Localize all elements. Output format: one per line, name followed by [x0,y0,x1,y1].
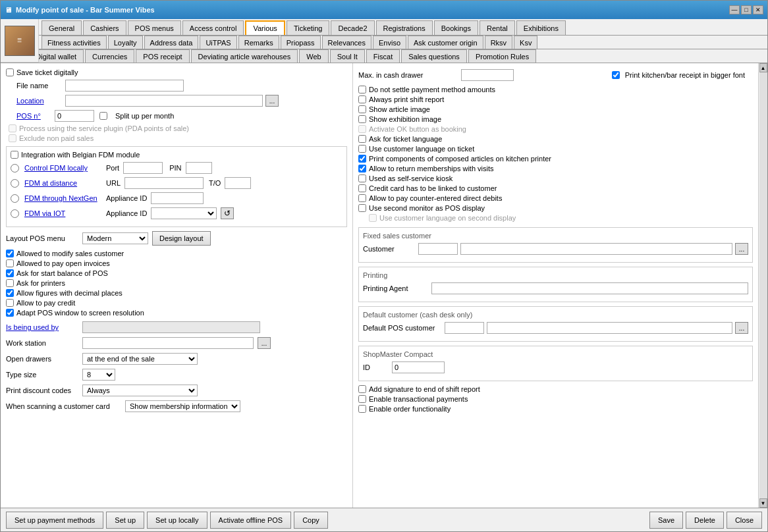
save-button[interactable]: Save [649,512,683,529]
split-per-month-checkbox[interactable] [99,112,107,120]
allow-pay-credit-label[interactable]: Allow to pay credit [16,299,75,307]
printing-agent-input[interactable] [431,282,748,294]
ask-ticket-lang-label[interactable]: Ask for ticket language [369,135,442,143]
fdm-iot-label[interactable]: FDM via IOT [24,209,103,217]
pos-no-input[interactable] [55,110,94,122]
tab-ticketing[interactable]: Ticketing [287,20,330,35]
credit-card-linked-checkbox[interactable] [358,184,366,192]
print-components-checkbox[interactable] [358,155,366,163]
fdm-iot-radio[interactable] [11,209,19,218]
open-drawers-select[interactable]: at the end of the sale [82,353,198,365]
file-name-input[interactable] [65,80,184,92]
fdm-nextgen-label[interactable]: FDM through NextGen [24,194,103,202]
shopmaster-id-input[interactable] [392,361,445,373]
adapt-pos-label[interactable]: Adapt POS window to screen resolution [16,309,144,317]
fdm-nextgen-radio[interactable] [11,194,19,203]
tab-registrations[interactable]: Registrations [376,20,433,35]
allow-figures-label[interactable]: Allow figures with decimal places [16,289,123,297]
used-self-service-checkbox[interactable] [358,174,366,182]
tab-soul-it[interactable]: Soul It [330,49,365,63]
max-cash-drawer-input[interactable] [461,69,514,81]
use-customer-lang-label[interactable]: Use customer language on ticket [369,145,474,153]
tab-bookings[interactable]: Bookings [434,20,478,35]
always-print-shift-label[interactable]: Always print shift report [369,95,444,103]
tab-uitpas[interactable]: UiTPAS [200,36,236,49]
customer-input1[interactable] [418,243,458,255]
setup-locally-button[interactable]: Set up locally [147,512,207,529]
ask-start-balance-label[interactable]: Ask for start balance of POS [16,269,108,277]
allow-pay-counter-label[interactable]: Allow to pay counter-entered direct debi… [369,194,502,202]
enable-transactional-checkbox[interactable] [358,395,366,403]
default-customer-input2[interactable] [487,322,732,334]
scrollbar[interactable]: ▲ ▼ [758,63,767,508]
allow-pay-credit-checkbox[interactable] [6,299,14,307]
add-signature-label[interactable]: Add signature to end of shift report [369,385,480,393]
fdm-integration-checkbox[interactable] [11,151,18,159]
add-signature-checkbox[interactable] [358,385,366,393]
tab-sales-questions[interactable]: Sales questions [401,49,467,63]
used-self-service-label[interactable]: Used as self-service kiosk [369,174,453,182]
type-size-select[interactable]: 8 [82,369,115,381]
show-exhibition-checkbox[interactable] [358,115,366,123]
maximize-button[interactable]: □ [741,5,752,14]
show-exhibition-label[interactable]: Show exhibition image [369,115,441,123]
design-layout-button[interactable]: Design layout [152,231,211,246]
close-button[interactable]: ✕ [753,5,763,14]
do-not-settle-label[interactable]: Do not settle payment method amounts [369,86,495,93]
setup-payment-methods-button[interactable]: Set up payment methods [6,512,103,529]
credit-card-linked-label[interactable]: Credit card has to be linked to customer [369,184,497,192]
tab-rksv[interactable]: Rksv [485,36,512,49]
exclude-non-paid-checkbox[interactable] [9,134,16,142]
work-station-input[interactable] [82,337,254,349]
do-not-settle-checkbox[interactable] [358,86,366,93]
tab-loyalty[interactable]: Loyalty [108,36,143,49]
is-being-used-by-label[interactable]: Is being used by [6,323,78,331]
allow-pay-counter-checkbox[interactable] [358,194,366,202]
save-ticket-label[interactable]: Save ticket digitally [16,68,78,76]
adapt-pos-checkbox[interactable] [6,309,14,317]
appliance-id-select[interactable] [151,207,217,219]
always-print-shift-checkbox[interactable] [358,95,366,103]
tab-rental[interactable]: Rental [480,20,515,35]
allowed-modify-checkbox[interactable] [6,250,14,257]
use-second-monitor-checkbox[interactable] [358,204,366,212]
allowed-pay-open-label[interactable]: Allowed to pay open invoices [16,259,110,267]
print-kitchen-label[interactable]: Print kitchen/bar receipt in bigger font [625,71,745,79]
layout-pos-menu-select[interactable]: Modern [82,232,148,244]
close-button-bottom[interactable]: Close [727,512,762,529]
tab-priopass[interactable]: Priopass [281,36,321,49]
ask-start-balance-checkbox[interactable] [6,269,14,277]
allowed-pay-open-checkbox[interactable] [6,259,14,267]
show-article-image-checkbox[interactable] [358,105,366,113]
copy-button[interactable]: Copy [294,512,328,529]
when-scanning-select[interactable]: Show membership information [125,400,240,412]
location-label[interactable]: Location [16,97,63,105]
use-customer-lang-checkbox[interactable] [358,145,366,153]
process-service-checkbox[interactable] [9,124,16,132]
scroll-down-button[interactable]: ▼ [759,498,767,508]
tab-relevances[interactable]: Relevances [322,36,371,49]
tab-fiscat[interactable]: Fiscat [366,49,400,63]
fdm-distance-label[interactable]: FDM at distance [24,179,103,187]
customer-browse-button[interactable]: ... [735,243,748,255]
delete-button[interactable]: Delete [686,512,724,529]
default-customer-input1[interactable] [445,322,484,334]
show-article-image-label[interactable]: Show article image [369,105,430,113]
fdm-integration-label[interactable]: Integration with Belgian FDM module [21,151,140,159]
setup-button[interactable]: Set up [106,512,144,529]
fdm-distance-radio[interactable] [11,179,19,188]
use-second-monitor-label[interactable]: Use second monitor as POS display [369,204,485,212]
appliance-id-input1[interactable] [151,192,204,204]
tab-currencies[interactable]: Currencies [85,49,134,63]
tab-access-control[interactable]: Access control [182,20,244,35]
tab-enviso[interactable]: Enviso [373,36,406,49]
ask-ticket-lang-checkbox[interactable] [358,135,366,143]
print-discount-select[interactable]: Always [82,385,198,396]
control-fdm-locally-label[interactable]: Control FDM locally [24,164,103,172]
tab-remarks[interactable]: Remarks [238,36,279,49]
print-kitchen-checkbox[interactable] [612,71,620,79]
location-input[interactable] [65,95,263,107]
tab-ask-customer-origin[interactable]: Ask customer origin [408,36,483,49]
pin-input[interactable] [186,162,212,174]
port-input[interactable] [123,162,163,174]
